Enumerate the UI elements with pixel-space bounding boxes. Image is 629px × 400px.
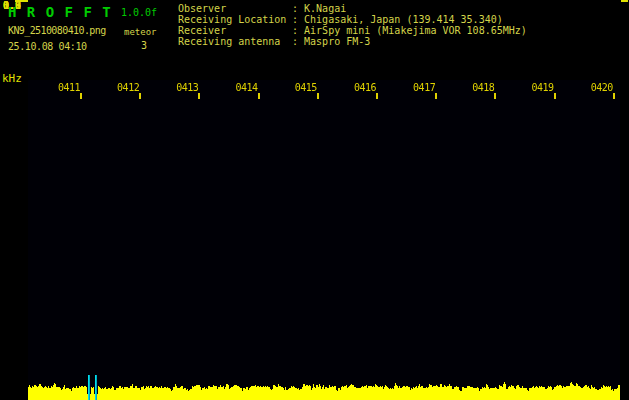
receiver-info-block: Observer: K.NagaiReceiving Location: Chi…	[178, 3, 527, 47]
time-axis-label: 0413	[172, 82, 198, 93]
time-axis-tick	[554, 93, 556, 99]
meteor-count-label: meteor	[124, 27, 157, 37]
info-value: AirSpy mini (Miakejima VOR 108.65MHz)	[304, 25, 527, 36]
observation-datetime: 25.10.08 04:10	[8, 41, 87, 52]
info-label: Receiver	[178, 25, 292, 36]
freq-axis-unit-label: kHz	[2, 72, 22, 85]
info-separator: :	[292, 36, 304, 47]
time-axis-label: 0415	[291, 82, 317, 93]
info-row: Receiving Location: Chigasaki, Japan (13…	[178, 14, 527, 25]
time-axis-tick	[494, 93, 496, 99]
time-axis-label: 0416	[350, 82, 376, 93]
time-axis-label: 0419	[528, 82, 554, 93]
freq-major-tick-left	[20, 0, 28, 2]
info-value: Maspro FM-3	[304, 36, 370, 47]
app-title: H R O F F T	[8, 4, 112, 20]
info-separator: :	[292, 25, 304, 36]
info-row: Observer: K.Nagai	[178, 3, 527, 14]
time-axis-label: 0412	[113, 82, 139, 93]
app-version: 1.0.0f	[121, 7, 157, 18]
time-axis-tick	[139, 93, 141, 99]
info-separator: :	[292, 14, 304, 25]
info-value: Chigasaki, Japan (139.414 35.340)	[304, 14, 503, 25]
time-axis-tick	[198, 93, 200, 99]
time-axis-tick	[376, 93, 378, 99]
freq-minor-tick-right	[621, 0, 625, 2]
output-filename: KN9_2510080410.png	[8, 25, 106, 36]
time-axis-tick	[317, 93, 319, 99]
time-axis-tick	[613, 93, 615, 99]
time-axis-label: 0420	[587, 82, 613, 93]
freq-minor-tick-left	[15, 0, 20, 2]
time-axis-label: 0414	[232, 82, 258, 93]
time-axis-tick	[258, 93, 260, 99]
info-value: K.Nagai	[304, 3, 346, 14]
spectrogram-canvas	[28, 80, 620, 400]
meteor-count-value: 3	[141, 40, 147, 51]
time-axis-tick	[435, 93, 437, 99]
info-label: Receiving Location	[178, 14, 292, 25]
time-axis-label: 0417	[409, 82, 435, 93]
info-separator: :	[292, 3, 304, 14]
time-axis-tick	[80, 93, 82, 99]
info-row: Receiver: AirSpy mini (Miakejima VOR 108…	[178, 25, 527, 36]
info-row: Receiving antenna: Maspro FM-3	[178, 36, 527, 47]
time-axis-label: 0411	[54, 82, 80, 93]
time-axis-label: 0418	[468, 82, 494, 93]
hrofft-screen: H R O F F T 1.0.0f KN9_2510080410.png 25…	[0, 0, 629, 400]
info-label: Observer	[178, 3, 292, 14]
info-label: Receiving antenna	[178, 36, 292, 47]
